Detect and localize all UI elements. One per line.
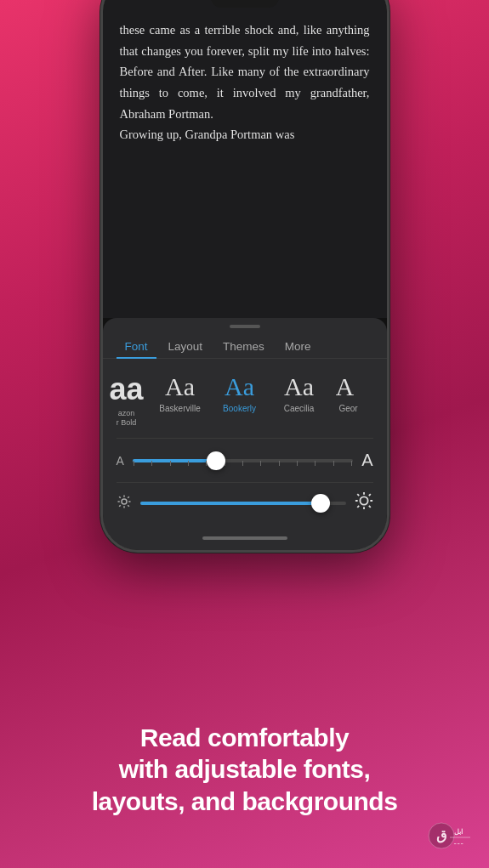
font-preview-amazon: aa bbox=[110, 372, 144, 406]
tab-font[interactable]: Font bbox=[117, 335, 156, 358]
settings-panel: Font Layout Themes More aa azonr Bold Aa bbox=[103, 318, 387, 550]
brightness-fill bbox=[140, 502, 321, 505]
logo-watermark: ق ابل ـ ـ ـ bbox=[428, 822, 472, 853]
font-option-baskerville[interactable]: Aa Baskerville bbox=[151, 369, 210, 431]
phone-screen: these came as a terrible shock and, like… bbox=[103, 0, 387, 550]
font-preview-baskerville: Aa bbox=[165, 372, 195, 400]
font-options-row: aa azonr Bold Aa Baskerville Aa Bookerly bbox=[103, 359, 387, 434]
home-indicator bbox=[103, 526, 387, 550]
svg-line-6 bbox=[128, 505, 129, 507]
svg-line-5 bbox=[119, 496, 121, 498]
svg-line-17 bbox=[368, 494, 370, 496]
svg-line-14 bbox=[357, 494, 359, 496]
phone-mockup: these came as a terrible shock and, like… bbox=[100, 0, 389, 553]
tab-themes[interactable]: Themes bbox=[214, 335, 273, 358]
book-text-paragraph2: Growing up, Grandpa Portman was bbox=[120, 124, 370, 145]
font-name-amazon: azonr Bold bbox=[117, 409, 137, 428]
font-size-small-label: A bbox=[117, 454, 124, 468]
font-option-bookerly[interactable]: Aa Bookerly bbox=[210, 369, 270, 431]
svg-line-8 bbox=[128, 496, 129, 498]
promo-line3: layouts, and backgrounds bbox=[92, 787, 398, 815]
svg-text:ابل: ابل bbox=[454, 828, 463, 836]
font-name-baskerville: Baskerville bbox=[159, 404, 200, 413]
svg-text:ق: ق bbox=[436, 828, 446, 843]
promo-line2: with adjustable fonts, bbox=[119, 755, 371, 783]
home-bar bbox=[202, 536, 287, 540]
brightness-low-icon bbox=[117, 494, 132, 513]
brightness-thumb[interactable] bbox=[311, 494, 330, 513]
font-size-thumb[interactable] bbox=[207, 451, 225, 470]
brightness-row bbox=[103, 486, 387, 526]
svg-point-9 bbox=[360, 496, 367, 504]
font-preview-caecilia: Aa bbox=[284, 372, 314, 400]
font-option-georgia[interactable]: A Geor bbox=[329, 369, 368, 431]
promo-line1: Read comfortably bbox=[140, 723, 349, 752]
font-size-large-label: A bbox=[361, 451, 372, 470]
dynamic-island bbox=[211, 0, 279, 8]
book-content: these came as a terrible shock and, like… bbox=[103, 0, 387, 318]
panel-tabs: Font Layout Themes More bbox=[103, 328, 387, 359]
font-name-caecilia: Caecilia bbox=[284, 404, 315, 413]
font-size-row: A bbox=[103, 442, 387, 479]
svg-line-15 bbox=[368, 506, 370, 508]
tab-layout[interactable]: Layout bbox=[160, 335, 212, 358]
svg-line-7 bbox=[119, 505, 121, 507]
divider-2 bbox=[117, 482, 373, 483]
promo-text: Read comfortably with adjustable fonts, … bbox=[34, 722, 455, 818]
brightness-high-icon bbox=[355, 491, 373, 514]
font-option-amazon[interactable]: aa azonr Bold bbox=[103, 369, 151, 431]
divider-1 bbox=[117, 438, 373, 439]
svg-line-16 bbox=[357, 506, 359, 508]
font-option-caecilia[interactable]: Aa Caecilia bbox=[270, 369, 329, 431]
font-size-track[interactable] bbox=[133, 459, 353, 462]
brightness-track[interactable] bbox=[140, 502, 346, 505]
tab-more[interactable]: More bbox=[276, 335, 320, 358]
font-preview-georgia: A bbox=[336, 372, 361, 400]
book-text-paragraph1: these came as a terrible shock and, like… bbox=[120, 20, 370, 124]
font-name-bookerly: Bookerly bbox=[223, 404, 256, 413]
svg-text:ـ ـ ـ: ـ ـ ـ bbox=[453, 838, 463, 846]
font-name-georgia: Geor bbox=[338, 404, 357, 413]
promo-section: Read comfortably with adjustable fonts, … bbox=[0, 705, 489, 869]
svg-point-0 bbox=[122, 499, 127, 504]
phone-frame: these came as a terrible shock and, like… bbox=[100, 0, 389, 553]
font-preview-bookerly: Aa bbox=[225, 372, 254, 400]
